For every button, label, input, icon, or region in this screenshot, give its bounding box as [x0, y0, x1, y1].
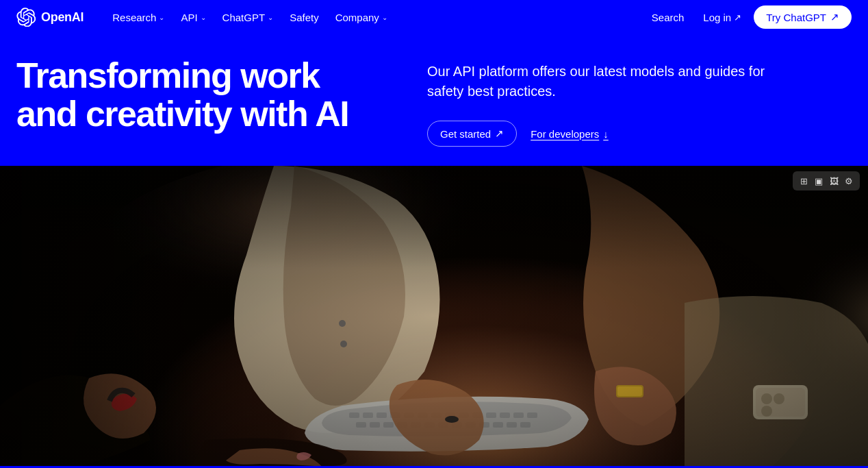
hero-buttons: Get started ↗ For developers ↓ — [427, 121, 852, 147]
nav-safety[interactable]: Safety — [283, 8, 326, 27]
try-arrow-icon: ↗ — [830, 11, 839, 23]
hero-image-section: ⊞ ▣ 🖼 ⚙ — [0, 166, 868, 466]
hero-description: Our API platform offers our latest model… — [427, 62, 783, 101]
hero-image — [0, 166, 868, 466]
settings-icon[interactable]: ⚙ — [842, 174, 856, 188]
hero-right: Our API platform offers our latest model… — [427, 56, 852, 147]
grid-icon[interactable]: ⊞ — [797, 174, 810, 188]
nav-links: Research ⌄ API ⌄ ChatGPT ⌄ Safety Compan… — [105, 8, 645, 27]
logo-link[interactable]: OpenAI — [16, 8, 84, 27]
hero-title: Transforming work and creativity with AI — [16, 56, 372, 133]
nav-chatgpt[interactable]: ChatGPT ⌄ — [216, 8, 281, 27]
search-link[interactable]: Search — [645, 8, 691, 27]
nav-api[interactable]: API ⌄ — [174, 8, 212, 27]
company-chevron-icon: ⌄ — [382, 14, 387, 21]
card-icon[interactable]: ▣ — [812, 174, 826, 188]
openai-logo-icon — [16, 8, 36, 27]
get-started-arrow-icon: ↗ — [495, 127, 504, 140]
image-toolbar: ⊞ ▣ 🖼 ⚙ — [793, 171, 860, 190]
developers-arrow-icon: ↓ — [603, 128, 609, 140]
login-link[interactable]: Log in ↗ — [696, 8, 748, 27]
main-nav: OpenAI Research ⌄ API ⌄ ChatGPT ⌄ Safety… — [0, 0, 868, 34]
research-chevron-icon: ⌄ — [159, 14, 164, 21]
login-arrow-icon: ↗ — [734, 12, 741, 23]
nav-research[interactable]: Research ⌄ — [105, 8, 171, 27]
api-chevron-icon: ⌄ — [201, 14, 206, 21]
hero-section: Transforming work and creativity with AI… — [0, 34, 868, 166]
nav-company[interactable]: Company ⌄ — [329, 8, 394, 27]
hero-left: Transforming work and creativity with AI — [16, 56, 372, 133]
nav-right: Search Log in ↗ Try ChatGPT ↗ — [645, 5, 852, 29]
get-started-button[interactable]: Get started ↗ — [427, 121, 517, 147]
chatgpt-chevron-icon: ⌄ — [268, 14, 273, 21]
for-developers-link[interactable]: For developers ↓ — [531, 128, 609, 140]
hero-scene-svg — [0, 166, 868, 466]
logo-text: OpenAI — [41, 10, 84, 25]
try-chatgpt-button[interactable]: Try ChatGPT ↗ — [754, 5, 852, 29]
image-icon[interactable]: 🖼 — [827, 174, 841, 188]
svg-rect-43 — [0, 166, 868, 269]
